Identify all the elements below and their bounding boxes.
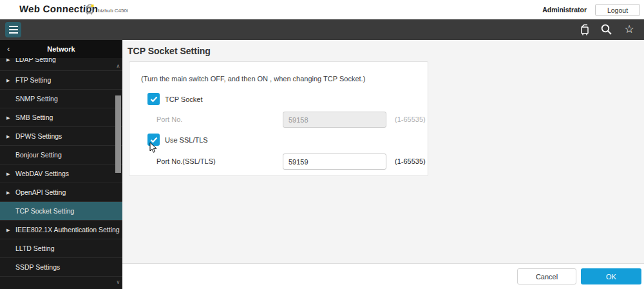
sidebar-item-ssdp-settings[interactable]: SSDP Settings (0, 258, 122, 277)
device-status-icon[interactable] (577, 23, 591, 36)
ssl-port-label: Port No.(SSL/TLS) (156, 154, 216, 170)
web-connection-screen: Web Connection bizhub C450i Administrato… (0, 0, 644, 289)
expand-arrow-icon: ▶ (6, 183, 10, 202)
sidebar-header: ‹ Network (0, 40, 122, 58)
sidebar-item-lltd-setting[interactable]: LLTD Setting (0, 239, 122, 258)
port-row: Port No. (1-65535) (129, 112, 428, 128)
sidebar: ‹ Network ▶ LDAP Setting ▶ FTP Setting S… (0, 40, 122, 289)
printer-device-icon (84, 4, 95, 15)
hamburger-icon (9, 26, 18, 27)
favorites-star-icon[interactable]: ☆ (622, 23, 636, 36)
ssl-port-range-hint: (1-65535) (395, 154, 426, 170)
tcp-socket-checkbox[interactable] (147, 93, 160, 105)
scroll-up-icon[interactable]: ∧ (114, 63, 122, 69)
scroll-down-icon[interactable]: ∨ (114, 279, 122, 285)
sidebar-menu: ▶ LDAP Setting ▶ FTP Setting SNMP Settin… (0, 58, 122, 289)
sidebar-item-openapi-setting[interactable]: ▶ OpenAPI Setting (0, 183, 122, 202)
scrollbar-thumb[interactable] (115, 95, 121, 173)
use-ssl-label: Use SSL/TLS (165, 136, 208, 144)
port-label: Port No. (156, 112, 182, 128)
port-input (283, 112, 386, 128)
checkmark-icon (150, 96, 158, 103)
expand-arrow-icon: ▶ (6, 127, 10, 146)
footer: Cancel OK (122, 264, 644, 289)
sidebar-item-snmp-setting[interactable]: SNMP Setting (0, 90, 122, 108)
sidebar-item-dpws-settings[interactable]: ▶ DPWS Settings (0, 127, 122, 146)
expand-arrow-icon: ▶ (6, 221, 10, 239)
ok-button[interactable]: OK (581, 268, 641, 284)
expand-arrow-icon: ▶ (6, 58, 10, 69)
sidebar-scrollbar[interactable]: ∧ ∨ (114, 58, 122, 289)
toolbar: ☆ (0, 19, 644, 40)
top-header: Web Connection bizhub C450i Administrato… (0, 0, 644, 19)
main-content: TCP Socket Setting (Turn the main switch… (122, 40, 644, 289)
tcp-socket-label: TCP Socket (165, 95, 203, 103)
logged-in-user: Administrator (542, 6, 587, 14)
port-range-hint: (1-65535) (395, 112, 426, 128)
mouse-cursor (149, 142, 158, 154)
ssl-port-row: Port No.(SSL/TLS) (1-65535) (129, 154, 428, 170)
sidebar-item-ftp-setting[interactable]: ▶ FTP Setting (0, 71, 122, 90)
sidebar-item-ldap-setting[interactable]: ▶ LDAP Setting (0, 58, 122, 71)
page-title: TCP Socket Setting (128, 46, 211, 56)
sidebar-item-tcp-socket-setting[interactable]: TCP Socket Setting (0, 202, 122, 221)
expand-arrow-icon: ▶ (6, 164, 10, 183)
back-chevron-icon[interactable]: ‹ (7, 44, 10, 54)
sidebar-item-webdav-settings[interactable]: ▶ WebDAV Settings (0, 164, 122, 183)
expand-arrow-icon: ▶ (6, 108, 10, 127)
sidebar-item-bonjour-setting[interactable]: Bonjour Setting (0, 146, 122, 164)
search-icon[interactable] (599, 23, 613, 36)
device-name: bizhub C450i (98, 8, 128, 14)
logout-button[interactable]: Logout (595, 4, 640, 16)
hamburger-menu-button[interactable] (5, 22, 21, 37)
sidebar-item-ieee8021x-authentication-setting[interactable]: ▶ IEEE802.1X Authentication Setting (0, 221, 122, 239)
settings-panel: (Turn the main switch OFF, and then ON ,… (129, 61, 428, 176)
expand-arrow-icon: ▶ (6, 71, 10, 90)
ssl-port-input[interactable] (283, 154, 386, 170)
sidebar-item-smb-setting[interactable]: ▶ SMB Setting (0, 108, 122, 127)
cancel-button[interactable]: Cancel (517, 268, 576, 284)
restart-note: (Turn the main switch OFF, and then ON ,… (141, 75, 365, 83)
tcp-socket-row: TCP Socket (147, 93, 203, 105)
sidebar-title: Network (0, 40, 122, 58)
